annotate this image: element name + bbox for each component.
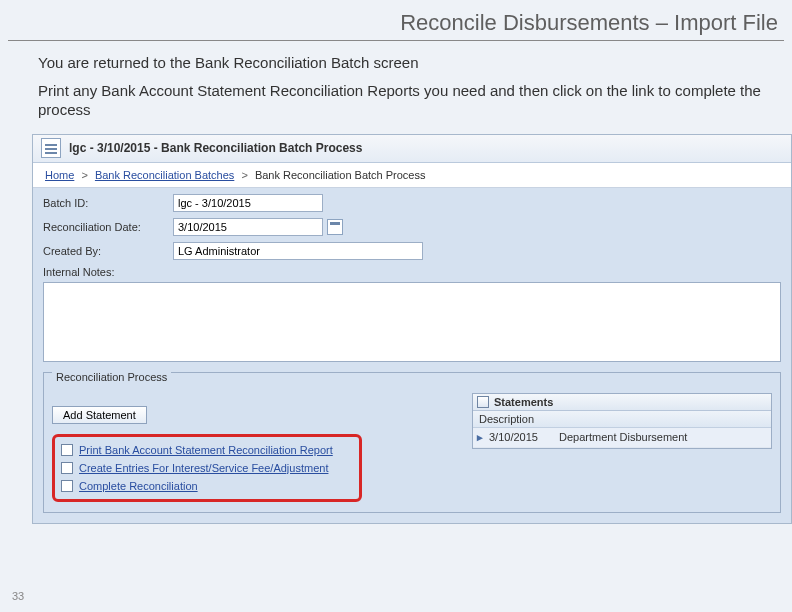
instruction-line-1: You are returned to the Bank Reconciliat… [0,49,792,77]
row-indicator-icon: ▸ [477,431,489,444]
batch-id-label: Batch ID: [43,197,173,209]
form-area: Batch ID: Reconciliation Date: Created B… [33,188,791,278]
window-titlebar: lgc - 3/10/2015 - Bank Reconciliation Ba… [33,135,791,163]
recon-date-field[interactable] [173,218,323,236]
statement-date: 3/10/2015 [489,431,559,443]
fieldset-legend: Reconciliation Process [52,371,171,383]
highlight-box: Print Bank Account Statement Reconciliat… [52,434,362,502]
checkbox-icon[interactable] [61,444,73,456]
app-window: lgc - 3/10/2015 - Bank Reconciliation Ba… [32,134,792,524]
window-title-text: lgc - 3/10/2015 - Bank Reconciliation Ba… [69,141,362,155]
internal-notes-textarea[interactable] [43,282,781,362]
title-underline [8,40,784,41]
breadcrumb: Home > Bank Reconciliation Batches > Ban… [33,163,791,188]
add-statement-button[interactable]: Add Statement [52,406,147,424]
document-icon [41,138,61,158]
page-number: 33 [12,590,24,602]
statements-panel: Statements Description ▸ 3/10/2015 Depar… [472,393,772,449]
statements-header: Statements [473,394,771,411]
checkbox-icon[interactable] [61,462,73,474]
breadcrumb-home-link[interactable]: Home [45,169,74,181]
statement-row[interactable]: ▸ 3/10/2015 Department Disbursement [473,428,771,448]
grid-icon [477,396,489,408]
checkbox-icon[interactable] [61,480,73,492]
breadcrumb-batches-link[interactable]: Bank Reconciliation Batches [95,169,234,181]
calendar-icon[interactable] [327,219,343,235]
print-report-link[interactable]: Print Bank Account Statement Reconciliat… [79,444,333,456]
breadcrumb-current: Bank Reconciliation Batch Process [255,169,426,181]
slide-title: Reconcile Disbursements – Import File [0,0,792,40]
breadcrumb-sep: > [81,169,87,181]
internal-notes-label: Internal Notes: [43,266,173,278]
recon-date-label: Reconciliation Date: [43,221,173,233]
complete-reconciliation-link[interactable]: Complete Reconciliation [79,480,198,492]
batch-id-field[interactable] [173,194,323,212]
created-by-field[interactable] [173,242,423,260]
created-by-label: Created By: [43,245,173,257]
statement-description: Department Disbursement [559,431,687,443]
statements-title: Statements [494,396,553,408]
breadcrumb-sep: > [241,169,247,181]
reconciliation-process-fieldset: Reconciliation Process Add Statement Pri… [43,372,781,513]
instruction-line-2: Print any Bank Account Statement Reconci… [0,77,792,124]
statements-column-header: Description [473,411,771,428]
create-entries-link[interactable]: Create Entries For Interest/Service Fee/… [79,462,328,474]
